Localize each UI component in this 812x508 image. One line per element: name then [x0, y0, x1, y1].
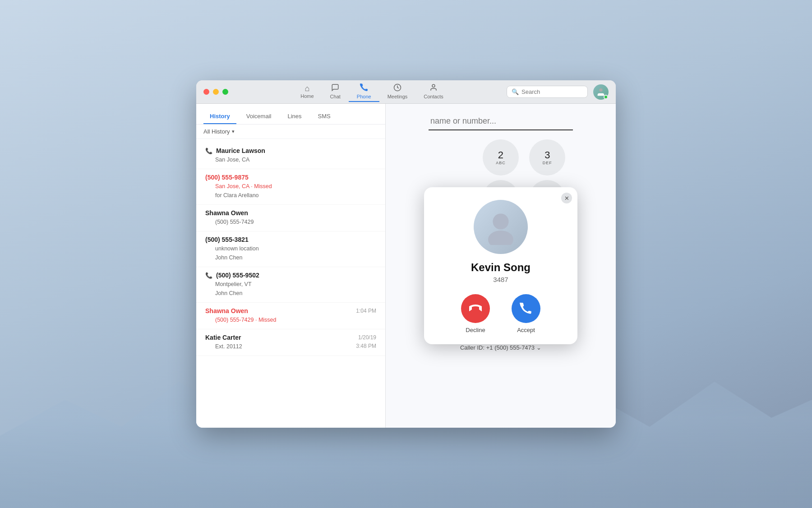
call-list: 📞 Maurice Lawson San Jose, CA (500) 555-… — [196, 139, 385, 428]
tab-home[interactable]: ⌂ Home — [292, 83, 322, 102]
decline-col: Decline — [461, 294, 490, 333]
tab-contacts[interactable]: Contacts — [415, 82, 451, 102]
svg-point-4 — [488, 231, 513, 245]
list-item[interactable]: (500) 555-9875 San Jose, CA · Missed for… — [196, 169, 385, 205]
tab-meetings-label: Meetings — [388, 94, 408, 99]
accept-button[interactable] — [512, 294, 540, 323]
contacts-icon — [429, 83, 438, 93]
caller-number: 3487 — [493, 276, 508, 283]
caller-name-missed: Shawna Owen — [205, 307, 248, 314]
tab-phone-label: Phone — [357, 94, 371, 99]
call-time: 1:04 PM — [356, 308, 376, 314]
tab-phone[interactable]: Phone — [349, 82, 379, 102]
caller-detail: San Jose, CA — [205, 155, 376, 164]
caller-detail-missed: San Jose, CA · Missed — [205, 182, 376, 191]
caller-detail-2: for Clara Arellano — [205, 191, 376, 200]
svg-point-1 — [432, 84, 435, 87]
filter-chevron-icon: ▾ — [232, 129, 235, 134]
caller-detail: Montpelier, VT — [205, 280, 376, 289]
home-icon: ⌂ — [305, 84, 310, 92]
search-bar[interactable]: 🔍 — [507, 86, 588, 98]
caller-detail-2: John Chen — [205, 253, 376, 262]
search-input[interactable] — [521, 88, 580, 95]
modal-close-button[interactable]: ✕ — [561, 193, 572, 203]
list-item[interactable]: Shawna Owen (500) 555-7429 — [196, 205, 385, 231]
sub-tabs: History Voicemail Lines SMS — [196, 104, 385, 125]
tab-chat-label: Chat — [330, 94, 341, 99]
accept-label: Accept — [517, 327, 535, 333]
list-item[interactable]: 📞 Maurice Lawson San Jose, CA — [196, 143, 385, 169]
svg-point-3 — [493, 213, 508, 229]
tab-chat[interactable]: Chat — [322, 82, 349, 102]
right-panel: 1 2 ABC 3 DEF 4 5 JKL — [386, 104, 616, 428]
dial-key-2-num: 2 — [498, 150, 503, 160]
dial-key-2[interactable]: 2 ABC — [483, 139, 519, 175]
tab-meetings[interactable]: Meetings — [379, 82, 416, 102]
minimize-button[interactable] — [213, 89, 219, 95]
user-avatar-button[interactable] — [593, 84, 609, 100]
caller-avatar — [474, 200, 528, 254]
caller-name: Katie Carter — [205, 334, 241, 341]
subtab-history[interactable]: History — [203, 109, 236, 124]
phone-call-icon: 📞 — [205, 148, 212, 154]
subtab-voicemail[interactable]: Voicemail — [240, 109, 278, 124]
decline-button[interactable] — [461, 294, 490, 323]
filter-row[interactable]: All History ▾ — [196, 125, 385, 139]
decline-label: Decline — [466, 327, 485, 333]
subtab-lines[interactable]: Lines — [281, 109, 308, 124]
caller-number: (500) 555-3821 — [205, 236, 249, 243]
dialpad-search-container — [429, 113, 573, 130]
online-indicator — [604, 95, 608, 99]
app-window: ⌂ Home Chat Phone — [196, 80, 616, 428]
list-item[interactable]: (500) 555-3821 unknown location John Che… — [196, 231, 385, 267]
caller-name: Maurice Lawson — [216, 147, 265, 154]
title-bar: ⌂ Home Chat Phone — [196, 80, 616, 104]
accept-col: Accept — [512, 294, 540, 333]
tab-home-label: Home — [300, 93, 314, 99]
list-item[interactable]: Katie Carter 1/20/19 Ext. 20112 3:48 PM — [196, 329, 385, 356]
list-item[interactable]: Shawna Owen 1:04 PM (500) 555-7429 · Mis… — [196, 303, 385, 329]
dial-key-3-letters: DEF — [543, 161, 552, 165]
chat-icon — [331, 83, 339, 93]
call-date: 1/20/19 — [358, 334, 376, 341]
caller-detail: unknown location — [205, 244, 376, 253]
caller-number-missed: (500) 555-9875 — [205, 174, 249, 181]
caller-name: Shawna Owen — [205, 209, 248, 217]
list-item[interactable]: 📞 (500) 555-9502 Montpelier, VT John Che… — [196, 267, 385, 303]
left-panel: History Voicemail Lines SMS All History … — [196, 104, 386, 428]
dial-key-3[interactable]: 3 DEF — [529, 139, 565, 175]
nav-tabs: ⌂ Home Chat Phone — [237, 82, 507, 102]
phone-icon — [360, 83, 368, 93]
dialpad-search-input[interactable] — [430, 116, 571, 126]
search-icon: 🔍 — [512, 88, 519, 95]
caller-number: (500) 555-9502 — [216, 272, 259, 279]
filter-label: All History — [203, 128, 230, 135]
call-actions: Decline Accept — [461, 294, 540, 333]
svg-point-2 — [599, 88, 602, 91]
dial-key-3-num: 3 — [544, 150, 550, 160]
meetings-icon — [393, 83, 401, 93]
subtab-sms[interactable]: SMS — [312, 109, 337, 124]
caller-id-row[interactable]: Caller ID: +1 (500) 555-7473 ⌄ — [460, 344, 541, 351]
main-content: History Voicemail Lines SMS All History … — [196, 104, 616, 428]
caller-detail-missed: (500) 555-7429 · Missed — [205, 315, 376, 324]
tab-contacts-label: Contacts — [424, 94, 443, 99]
phone-call-icon: 📞 — [205, 272, 212, 279]
traffic-lights — [203, 89, 228, 95]
fullscreen-button[interactable] — [222, 89, 228, 95]
close-button[interactable] — [203, 89, 209, 95]
dial-key-2-letters: ABC — [496, 161, 506, 165]
caller-detail-2: John Chen — [205, 289, 376, 298]
caller-detail: Ext. 20112 3:48 PM — [205, 342, 376, 351]
caller-number: (500) 555-7429 — [205, 217, 376, 226]
caller-id-chevron-icon: ⌄ — [536, 344, 541, 351]
caller-id-label: Caller ID: +1 (500) 555-7473 — [460, 344, 535, 351]
incoming-call-modal: ✕ Kevin Song 3487 — [424, 187, 577, 344]
caller-name: Kevin Song — [471, 261, 531, 274]
